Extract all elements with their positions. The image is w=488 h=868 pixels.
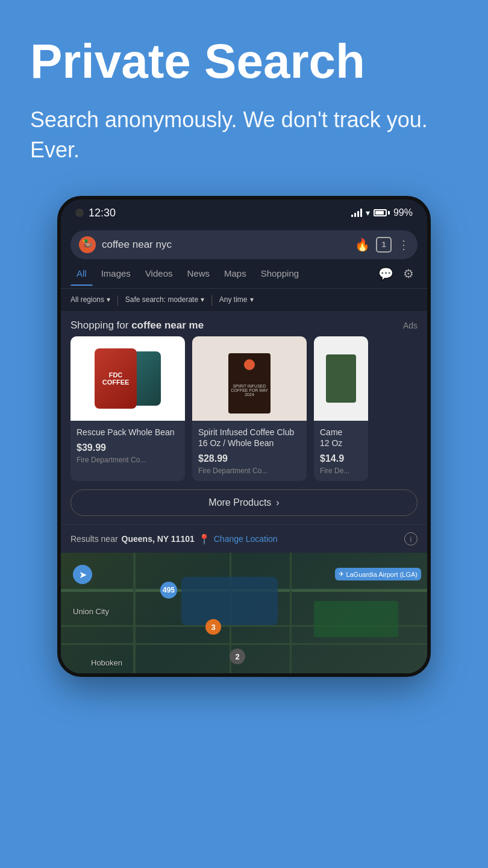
ads-label: Ads: [403, 321, 418, 330]
map-badge-3[interactable]: 3: [205, 619, 221, 635]
map-badge-2[interactable]: 2: [230, 649, 245, 664]
phone-container: 12:30 ▾ 99%: [0, 184, 488, 677]
product-image-1: FDCCOFFEE: [70, 336, 185, 421]
menu-dots-icon[interactable]: ⋮: [398, 237, 409, 252]
info-icon[interactable]: i: [404, 532, 418, 546]
product-image-3: [314, 336, 368, 421]
tab-images[interactable]: Images: [95, 261, 137, 286]
union-city-label: Union City: [73, 607, 109, 616]
tab-all[interactable]: All: [70, 261, 93, 286]
filter-bar: All regions ▾ | Safe search: moderate ▾ …: [61, 289, 427, 311]
product-seller-3: Fire De...: [320, 467, 362, 475]
product-name-3: Came12 Oz: [320, 427, 362, 448]
status-right: ▾ 99%: [351, 207, 413, 218]
ddg-logo: 🦆: [79, 236, 96, 253]
search-bar-area: 🦆 coffee near nyc 🔥 1 ⋮: [61, 224, 427, 259]
coffee-bag-red: FDCCOFFEE: [95, 348, 137, 409]
tab-badge[interactable]: 1: [376, 237, 392, 253]
hero-section: Private Search Search anonymously. We do…: [0, 0, 488, 184]
change-location-button[interactable]: Change Location: [214, 534, 278, 544]
product-seller-1: Fire Department Co...: [77, 456, 179, 464]
product-price-2: $28.99: [198, 453, 301, 464]
tab-maps[interactable]: Maps: [218, 261, 252, 286]
product-price-3: $14.9: [320, 453, 362, 464]
search-query[interactable]: coffee near nyc: [102, 239, 349, 251]
more-products-button[interactable]: More Products ›: [70, 489, 418, 516]
tab-news[interactable]: News: [181, 261, 216, 286]
product-seller-2: Fire Department Co...: [198, 467, 301, 475]
product-name-1: Rescue Pack Whole Bean: [77, 427, 179, 438]
map-background: ➤ 495 Union City ✈ LaGuardia Airport (LG…: [61, 553, 427, 673]
camera-icon: [75, 209, 84, 217]
signal-icon: [351, 209, 362, 217]
tab-videos[interactable]: Videos: [139, 261, 179, 286]
status-bar: 12:30 ▾ 99%: [61, 200, 427, 224]
product-3-bag: [326, 354, 356, 403]
product-price-1: $39.99: [77, 442, 179, 453]
search-actions: 🔥 1 ⋮: [355, 237, 409, 253]
tab-shopping[interactable]: Shopping: [255, 261, 305, 286]
shopping-query: coffee near me: [131, 319, 204, 331]
battery-icon: [374, 209, 390, 216]
hoboken-label: Hoboken: [91, 658, 122, 667]
status-left: 12:30: [75, 207, 116, 219]
products-scroll: FDCCOFFEE Rescue Pack Whole Bean $39.99 …: [61, 336, 427, 481]
location-place: Queens, NY 11101: [122, 534, 195, 544]
wifi-icon: ▾: [366, 208, 370, 218]
time-filter[interactable]: Any time ▾: [219, 295, 254, 304]
flame-icon[interactable]: 🔥: [355, 237, 370, 252]
product-card-1[interactable]: FDCCOFFEE Rescue Pack Whole Bean $39.99 …: [70, 336, 185, 481]
battery-percent: 99%: [393, 207, 413, 218]
map-area[interactable]: ➤ 495 Union City ✈ LaGuardia Airport (LG…: [61, 553, 427, 673]
more-products-label: More Products: [208, 497, 271, 508]
nav-tabs: All Images Videos News Maps Shopping 💬 ⚙: [61, 259, 427, 289]
map-location-button[interactable]: ➤: [73, 565, 92, 584]
safe-search-filter[interactable]: Safe search: moderate ▾: [125, 295, 204, 304]
results-content: Shopping for coffee near me Ads FDCCOFFE…: [61, 311, 427, 673]
product-name-2: Spirit Infused Coffee Club 16 Oz / Whole…: [198, 427, 301, 448]
hero-title: Private Search: [30, 36, 458, 87]
highway-495-badge: 495: [160, 582, 177, 599]
location-pin-icon: 📍: [198, 533, 210, 545]
search-bar[interactable]: 🦆 coffee near nyc 🔥 1 ⋮: [70, 230, 418, 259]
product-card-3[interactable]: Came12 Oz $14.9 Fire De...: [314, 336, 368, 481]
location-bar: Results near Queens, NY 11101 📍 Change L…: [61, 524, 427, 553]
spirit-coffee-bag: SPIRIT INFUSED COFFEE FOR MAY 2024: [228, 353, 271, 414]
location-prefix: Results near: [70, 534, 118, 544]
airport-badge: ✈ LaGuardia Airport (LGA): [335, 568, 421, 580]
product-card-2[interactable]: SPIRIT INFUSED COFFEE FOR MAY 2024 Spiri…: [192, 336, 307, 481]
more-products-arrow-icon: ›: [276, 497, 279, 508]
settings-icon[interactable]: ⚙: [399, 259, 418, 288]
phone-mockup: 12:30 ▾ 99%: [57, 196, 431, 677]
chat-icon[interactable]: 💬: [375, 259, 397, 288]
region-filter[interactable]: All regions ▾: [70, 295, 110, 304]
status-time: 12:30: [89, 207, 116, 219]
shopping-header: Shopping for coffee near me Ads: [61, 311, 427, 336]
product-image-2: SPIRIT INFUSED COFFEE FOR MAY 2024: [192, 336, 307, 421]
hero-subtitle: Search anonymously. We don't track you. …: [30, 105, 458, 166]
shopping-title: Shopping for coffee near me: [70, 319, 204, 332]
